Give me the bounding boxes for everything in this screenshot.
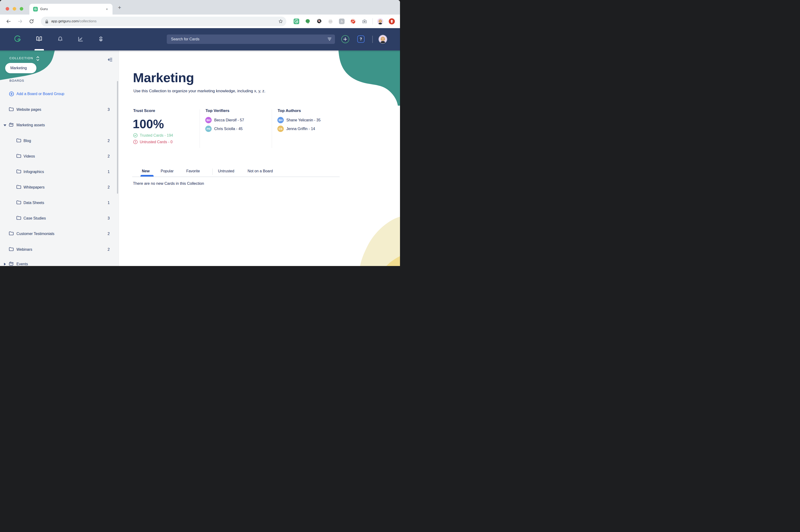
pinwheel-extension-icon[interactable] bbox=[350, 19, 356, 24]
board-label: Website pages bbox=[16, 108, 41, 112]
top-authors-header: Top Authors bbox=[278, 109, 301, 113]
folder-icon bbox=[9, 247, 14, 252]
trust-score-header: Trust Score bbox=[133, 109, 155, 113]
sidebar-item-website-pages[interactable]: Website pages 3 bbox=[0, 106, 118, 113]
folder-icon bbox=[16, 154, 21, 159]
board-count: 2 bbox=[104, 185, 110, 189]
board-group-label: Marketing assets bbox=[16, 123, 45, 127]
author-row[interactable]: BH Shane Yelicanin - 35 bbox=[277, 117, 321, 123]
circled-plus-icon bbox=[9, 91, 14, 97]
analytics-chart-icon[interactable] bbox=[77, 36, 83, 43]
sidebar-item-events[interactable]: Events bbox=[0, 261, 118, 266]
collection-switcher-chevrons-icon[interactable] bbox=[36, 56, 40, 63]
expanded-caret-icon[interactable] bbox=[3, 125, 6, 126]
board-group-label: Events bbox=[16, 262, 28, 266]
tab-not-on-a-board[interactable]: Not on a Board bbox=[247, 169, 273, 173]
tab-title: Guru bbox=[40, 7, 48, 11]
untrusted-cards-row[interactable]: Untrusted Cards - 0 bbox=[133, 140, 173, 144]
browser-update-button[interactable] bbox=[389, 18, 395, 24]
reload-button[interactable] bbox=[29, 19, 34, 24]
camera-extension-icon[interactable] bbox=[362, 19, 367, 24]
lock-icon bbox=[44, 19, 49, 25]
tab-new[interactable]: New bbox=[142, 169, 150, 173]
author-name: Jenna Griffin - 14 bbox=[286, 127, 315, 131]
board-label: Webinars bbox=[16, 247, 32, 252]
h-extension-icon[interactable]: h bbox=[339, 19, 345, 24]
forward-button[interactable] bbox=[18, 19, 23, 24]
user-avatar[interactable] bbox=[379, 35, 387, 43]
board-label: Blog bbox=[23, 139, 31, 143]
author-row[interactable]: CS Jenna Griffin - 14 bbox=[277, 126, 315, 132]
window-minimize-button[interactable] bbox=[13, 7, 16, 11]
tab-popular[interactable]: Popular bbox=[161, 169, 173, 173]
board-group-icon bbox=[9, 122, 14, 128]
tab-favorite[interactable]: Favorite bbox=[186, 169, 200, 173]
check-circle-icon bbox=[133, 133, 138, 137]
browser-toolbar: app.getguru.com/collections h bbox=[0, 15, 400, 28]
help-button[interactable]: ? bbox=[357, 35, 365, 43]
address-bar[interactable]: app.getguru.com/collections bbox=[41, 17, 286, 26]
untrusted-cards-label: Untrusted Cards - 0 bbox=[140, 140, 173, 144]
folder-icon bbox=[9, 231, 14, 236]
sidebar-item-blog[interactable]: Blog 2 bbox=[0, 137, 118, 145]
teal-blob-decoration bbox=[337, 51, 400, 106]
trusted-cards-row[interactable]: Trusted Cards - 194 bbox=[133, 133, 173, 137]
alert-circle-icon bbox=[133, 140, 138, 144]
bookmark-star-icon[interactable] bbox=[278, 19, 283, 25]
back-button[interactable] bbox=[6, 19, 11, 24]
author-avatar: BH bbox=[277, 117, 284, 123]
board-count: 2 bbox=[104, 232, 110, 236]
top-verifiers-header: Top Verifiers bbox=[206, 109, 229, 113]
board-count: 1 bbox=[104, 170, 110, 174]
guru-extension-icon[interactable] bbox=[294, 19, 299, 24]
main-content: Marketing Use this Collection to organiz… bbox=[118, 51, 400, 266]
new-tab-button[interactable]: + bbox=[116, 5, 123, 11]
sidebar-scrollbar[interactable] bbox=[117, 81, 118, 194]
collapsed-caret-icon[interactable] bbox=[4, 263, 6, 266]
layers-icon[interactable] bbox=[98, 36, 104, 43]
verifier-name: Becca Dierolf - 57 bbox=[214, 118, 244, 122]
sidebar-item-whitepapers[interactable]: Whitepapers 2 bbox=[0, 184, 118, 191]
url-host: app.getguru.com bbox=[51, 19, 78, 23]
verifier-row[interactable]: PR Chris Sciolla - 45 bbox=[205, 126, 243, 132]
guru-logo[interactable] bbox=[14, 35, 22, 44]
sidebar-item-webinars[interactable]: Webinars 2 bbox=[0, 246, 118, 253]
collapse-sidebar-icon[interactable] bbox=[107, 57, 113, 64]
collection-name-pill[interactable]: Marketing bbox=[5, 63, 36, 73]
add-board-label: Add a Board or Board Group bbox=[16, 92, 64, 96]
tabs-underline bbox=[132, 176, 340, 177]
search-input[interactable] bbox=[170, 35, 321, 44]
verifier-avatar: PR bbox=[205, 126, 212, 132]
board-label: Whitepapers bbox=[23, 185, 44, 189]
yellow-blob-decoration bbox=[360, 217, 400, 266]
cat-extension-icon[interactable] bbox=[328, 19, 333, 24]
magnifier-extension-icon[interactable] bbox=[316, 19, 322, 24]
notifications-bell-icon[interactable] bbox=[57, 36, 63, 43]
tab-close-icon[interactable]: × bbox=[105, 7, 109, 12]
sidebar-item-marketing-assets[interactable]: Marketing assets bbox=[0, 122, 118, 129]
cards-book-icon[interactable] bbox=[36, 36, 42, 43]
app-navbar: ? bbox=[0, 28, 400, 51]
sidebar-item-videos[interactable]: Videos 2 bbox=[0, 153, 118, 160]
browser-tab[interactable]: G Guru × bbox=[30, 4, 112, 15]
page-description: Use this Collection to organize your mar… bbox=[133, 89, 265, 93]
search-filter-icon[interactable] bbox=[328, 37, 332, 42]
window-close-button[interactable] bbox=[6, 7, 9, 11]
folder-icon bbox=[16, 138, 21, 144]
browser-window: G Guru × + app.getguru.com/collections bbox=[0, 0, 400, 266]
sidebar-item-data-sheets[interactable]: Data Sheets 1 bbox=[0, 200, 118, 207]
create-card-button[interactable] bbox=[341, 35, 349, 43]
sidebar-item-case-studies[interactable]: Case Studies 3 bbox=[0, 215, 118, 222]
chat-bubble-extension-icon[interactable] bbox=[305, 19, 311, 24]
sidebar-item-infographics[interactable]: Infographics 1 bbox=[0, 169, 118, 176]
sidebar-item-customer-testimonials[interactable]: Customer Testimonials 2 bbox=[0, 231, 118, 238]
browser-profile-avatar[interactable] bbox=[377, 18, 383, 24]
verifier-row[interactable]: BH Becca Dierolf - 57 bbox=[205, 117, 244, 123]
search-bar[interactable] bbox=[167, 35, 335, 44]
board-count: 2 bbox=[104, 247, 110, 252]
tab-untrusted[interactable]: Untrusted bbox=[218, 169, 234, 173]
window-zoom-button[interactable] bbox=[20, 7, 23, 11]
collection-switcher-label[interactable]: COLLECTION bbox=[10, 56, 33, 60]
add-board-button[interactable]: Add a Board or Board Group bbox=[0, 91, 118, 98]
board-count: 2 bbox=[104, 139, 110, 143]
